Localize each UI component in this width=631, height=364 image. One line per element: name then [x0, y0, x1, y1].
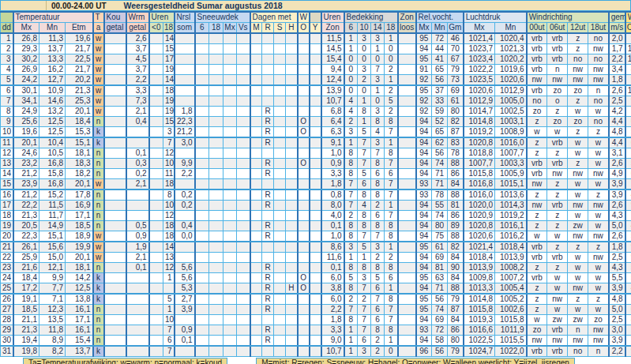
cell-wind-18ut-day18[interactable]: w — [588, 211, 609, 221]
cell-gem-ms-day18[interactable]: 4,3 — [609, 211, 625, 221]
cell-zonloos-day6[interactable] — [398, 85, 416, 96]
cell-zonloos-day4[interactable] — [398, 65, 416, 75]
cell-uren-18-day31[interactable]: 7 — [163, 346, 175, 357]
column-header-wr-cfr[interactable]: Cfr — [625, 23, 631, 34]
cell-uren-zon-day6[interactable]: 13,9 — [321, 85, 344, 96]
column-header-dd[interactable]: dd — [1, 23, 13, 34]
cell-dag-y-day30[interactable] — [310, 336, 321, 347]
cell-dag-o-day1[interactable] — [298, 33, 310, 44]
cell-etm-day21[interactable]: 19,9 — [66, 242, 93, 253]
column-header-t-mx[interactable]: Mx — [13, 23, 39, 34]
cell-uren-18-day25[interactable] — [163, 283, 175, 295]
cell-sneeuw-6-day9[interactable] — [195, 117, 209, 127]
cell-druk-mn-day4[interactable]: 1019,6 — [495, 65, 527, 75]
cell-uren-zon-day14[interactable]: 3,3 — [321, 169, 344, 179]
cell-relv-mx-day27[interactable]: 95 — [416, 305, 432, 315]
cell-dag-r-day3[interactable] — [262, 54, 274, 65]
cell-bedek-14-day1[interactable]: 3 — [371, 33, 385, 44]
cell-etm-day30[interactable]: 15,4 — [66, 336, 93, 347]
cell-ta-day18[interactable]: n — [93, 211, 104, 221]
cell-etm-day2[interactable]: 21,7 — [66, 44, 93, 54]
cell-wrm-getal-day31[interactable] — [126, 346, 149, 357]
cell-ta-day6[interactable]: w — [93, 85, 104, 96]
column-header-nrsl-som[interactable]: som — [175, 23, 195, 34]
cell-sneeuw-18-day11[interactable] — [209, 137, 223, 148]
cell-t-mx-day9[interactable]: 25,6 — [13, 117, 39, 127]
column-header-relv-mn[interactable]: Mn — [432, 23, 448, 34]
cell-sneeuw-mx-day6[interactable] — [223, 85, 237, 96]
cell-t-mx-day7[interactable]: 34,1 — [13, 96, 39, 107]
column-group-luchtdruk[interactable]: Luchtdruk — [464, 12, 527, 23]
column-group-uren[interactable]: Uren — [321, 12, 344, 23]
cell-bedek-10-day6[interactable]: 0 — [358, 85, 371, 96]
cell-dag-o-day16[interactable] — [298, 190, 310, 201]
cell-sneeuw-6-day8[interactable] — [195, 107, 209, 117]
cell-wr-cfr-day3[interactable]: 10 — [625, 54, 631, 65]
cell-nrsl-som-day20[interactable]: 0,0 — [175, 231, 195, 242]
cell-wind-12ut-day16[interactable]: w — [568, 190, 588, 201]
cell-dag-y-day18[interactable] — [310, 211, 321, 221]
cell-sneeuw-vs-day5[interactable] — [237, 75, 250, 86]
cell-bedek-18-day25[interactable]: 1 — [385, 283, 398, 295]
cell-dag-r-day11[interactable]: R — [262, 137, 274, 148]
cell-wr-cfr-day4[interactable]: 8 — [625, 65, 631, 75]
cell-wind-18ut-day8[interactable]: w — [588, 107, 609, 117]
cell-nrsl-som-day21[interactable] — [175, 242, 195, 253]
cell-t-mx-day17[interactable]: 22,2 — [13, 201, 39, 211]
cell-t-mx-day14[interactable]: 21,2 — [13, 169, 39, 179]
cell-relv-mx-day13[interactable]: 94 — [416, 159, 432, 169]
cell-wrm-getal-day21[interactable]: 1,9 — [126, 242, 149, 253]
cell-wind-00ut-day6[interactable]: vrb — [527, 85, 547, 96]
cell-gem-ms-day21[interactable]: 1,8 — [609, 242, 625, 253]
cell-wr-cfr-day22[interactable]: 9 — [625, 253, 631, 263]
cell-uren-zon-day29[interactable]: 3,3 — [321, 325, 344, 336]
cell-etm-day17[interactable]: 16,9 — [66, 201, 93, 211]
cell-dag-h-day1[interactable] — [286, 33, 298, 44]
cell-bedek-14-day22[interactable]: 2 — [371, 253, 385, 263]
cell-kou-getal-day7[interactable] — [104, 96, 126, 107]
cell-t-mx-day3[interactable]: 30,2 — [13, 54, 39, 65]
cell-dag-r-day2[interactable] — [262, 44, 274, 54]
cell-sneeuw-mx-day13[interactable] — [223, 159, 237, 169]
cell-wind-06ut-day28[interactable]: zw — [547, 315, 568, 325]
column-header-t-mn[interactable]: Mn — [39, 23, 66, 34]
cell-uren-zon-day20[interactable]: 1,0 — [321, 231, 344, 242]
cell-wind-18ut-day28[interactable]: zo — [588, 315, 609, 325]
cell-ta-day27[interactable]: n — [93, 305, 104, 315]
cell-gem-ms-day24[interactable]: 5,5 — [609, 273, 625, 283]
cell-uren-lt0-day13[interactable] — [149, 159, 163, 169]
cell-sneeuw-mx-day4[interactable] — [223, 65, 237, 75]
cell-bedek-6-day9[interactable]: 2 — [344, 117, 358, 127]
cell-kou-getal-day20[interactable] — [104, 231, 126, 242]
cell-dag-y-day29[interactable] — [310, 325, 321, 336]
cell-bedek-10-day3[interactable]: 0 — [358, 54, 371, 65]
cell-t-mx-day24[interactable]: 18,4 — [13, 273, 39, 283]
cell-nrsl-som-day12[interactable] — [175, 148, 195, 159]
cell-dag-r-day4[interactable] — [262, 65, 274, 75]
column-group-uren[interactable]: Uren — [149, 12, 175, 23]
cell-wrm-getal-day18[interactable] — [126, 211, 149, 221]
cell-relv-gm-day22[interactable]: 84 — [448, 253, 464, 263]
cell-dag-s-day17[interactable] — [274, 201, 286, 211]
cell-zonloos-day22[interactable] — [398, 253, 416, 263]
cell-dd-day27[interactable]: 27 — [1, 305, 13, 315]
cell-dag-m-day17[interactable] — [250, 201, 262, 211]
cell-druk-mn-day8[interactable]: 1002,5 — [495, 107, 527, 117]
cell-wind-18ut-day29[interactable]: nw — [588, 325, 609, 336]
cell-dag-s-day18[interactable] — [274, 211, 286, 221]
cell-relv-mn-day14[interactable]: 71 — [432, 169, 448, 179]
cell-relv-mn-day2[interactable]: 44 — [432, 44, 448, 54]
cell-sneeuw-6-day2[interactable] — [195, 44, 209, 54]
cell-dag-y-day24[interactable] — [310, 273, 321, 283]
cell-dag-m-day15[interactable] — [250, 179, 262, 190]
cell-uren-zon-day17[interactable]: 8,0 — [321, 201, 344, 211]
cell-zonloos-day16[interactable] — [398, 190, 416, 201]
cell-wind-00ut-day28[interactable]: w — [527, 315, 547, 325]
cell-sneeuw-6-day30[interactable] — [195, 336, 209, 347]
cell-dag-r-day15[interactable] — [262, 179, 274, 190]
cell-dag-h-day13[interactable] — [286, 159, 298, 169]
cell-bedek-14-day10[interactable]: 4 — [371, 127, 385, 138]
cell-dag-m-day28[interactable] — [250, 315, 262, 325]
cell-ta-day13[interactable]: n — [93, 159, 104, 169]
cell-gem-ms-day3[interactable]: 2,2 — [609, 54, 625, 65]
